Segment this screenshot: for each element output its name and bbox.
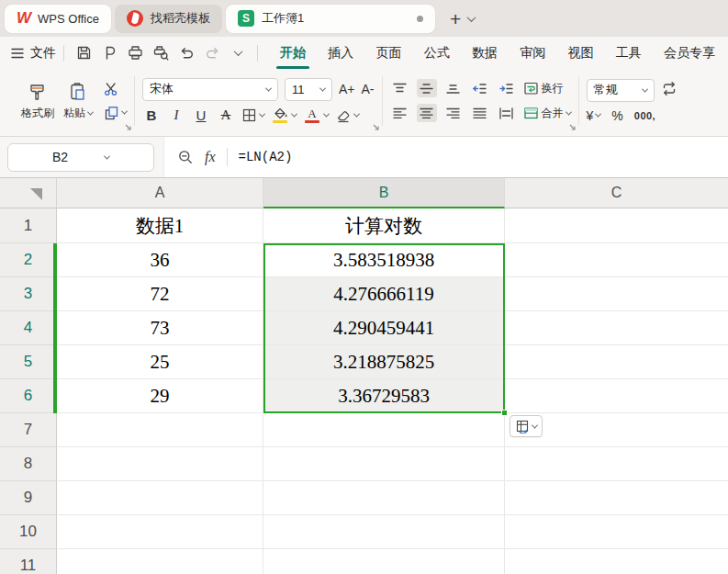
tab-insert[interactable]: 插入	[326, 39, 355, 68]
cell-A9[interactable]	[57, 481, 263, 515]
column-header-B[interactable]: B	[263, 178, 505, 208]
align-left-button[interactable]	[390, 104, 410, 122]
cell-A8[interactable]	[57, 447, 263, 481]
wrap-text-button[interactable]: 换行	[523, 81, 564, 96]
justify-button[interactable]	[470, 104, 490, 122]
print-preview-button[interactable]	[149, 41, 173, 65]
cell-B9[interactable]	[263, 481, 505, 515]
cell-B3[interactable]: 4.276666119	[263, 277, 505, 311]
cell-B7[interactable]	[263, 413, 505, 447]
cell-B2-active[interactable]: 3.583518938	[263, 243, 505, 277]
cell-B8[interactable]	[263, 447, 505, 481]
font-dialog-launcher[interactable]	[372, 123, 380, 131]
italic-button[interactable]: I	[167, 107, 185, 123]
fill-handle[interactable]	[501, 410, 508, 416]
copy-button[interactable]	[103, 105, 127, 121]
redo-button[interactable]	[200, 41, 224, 65]
undo-button[interactable]	[174, 41, 198, 65]
comma-format-button[interactable]: 000,	[634, 110, 655, 121]
font-size-select[interactable]: 11	[285, 78, 332, 101]
save-button[interactable]	[72, 41, 95, 65]
cell-B10[interactable]	[263, 515, 505, 549]
tab-page[interactable]: 页面	[375, 39, 404, 68]
row-header-7[interactable]: 7	[0, 413, 57, 447]
cell-A3[interactable]: 72	[57, 277, 263, 311]
tab-data[interactable]: 数据	[470, 39, 499, 68]
tab-home[interactable]: 开始	[278, 39, 308, 68]
column-header-A[interactable]: A	[57, 178, 263, 208]
decrease-indent-button[interactable]	[470, 79, 490, 97]
cell-A7[interactable]	[57, 413, 263, 447]
align-right-button[interactable]	[443, 104, 464, 122]
paste-button[interactable]: 粘贴	[59, 79, 97, 123]
tab-review[interactable]: 审阅	[518, 39, 547, 68]
merge-cells-button[interactable]: 合并	[523, 106, 571, 121]
number-format-select[interactable]: 常规	[587, 79, 655, 102]
fill-color-button[interactable]	[271, 107, 297, 124]
formula-input-zone[interactable]: fx =LN(A2)	[163, 137, 728, 177]
cell-A5[interactable]: 25	[57, 345, 263, 379]
row-header-5[interactable]: 5	[0, 345, 57, 379]
cell-C2[interactable]	[505, 243, 728, 277]
cell-B11[interactable]	[263, 549, 505, 574]
cell-A4[interactable]: 73	[57, 311, 263, 345]
cell-A6[interactable]: 29	[57, 379, 263, 413]
currency-format-button[interactable]: ¥	[587, 108, 601, 123]
font-name-select[interactable]: 宋体	[142, 78, 278, 101]
tab-tools[interactable]: 工具	[614, 39, 644, 68]
row-header-8[interactable]: 8	[0, 447, 57, 481]
row-header-4[interactable]: 4	[0, 311, 57, 345]
tab-workbook1[interactable]: S 工作簿1	[226, 5, 435, 33]
cell-B6[interactable]: 3.36729583	[263, 379, 505, 413]
increase-indent-button[interactable]	[497, 79, 517, 97]
strikethrough-button[interactable]: A	[217, 107, 235, 123]
tab-view[interactable]: 视图	[566, 39, 596, 68]
cell-C3[interactable]	[505, 277, 728, 311]
name-box[interactable]: B2	[7, 143, 154, 172]
tab-list-chevron-icon[interactable]	[467, 13, 476, 22]
distributed-button[interactable]	[497, 104, 517, 122]
bold-button[interactable]: B	[142, 107, 161, 123]
row-header-3[interactable]: 3	[0, 277, 57, 311]
formula-text[interactable]: =LN(A2)	[239, 150, 293, 164]
alignment-dialog-launcher[interactable]	[568, 123, 577, 131]
decrease-font-button[interactable]: A-	[362, 82, 375, 96]
row-header-2[interactable]: 2	[0, 243, 57, 277]
format-painter-button[interactable]: 格式刷	[17, 79, 59, 123]
export-pdf-button[interactable]	[97, 41, 121, 65]
clipboard-dialog-launcher[interactable]	[124, 123, 132, 131]
convert-format-button[interactable]	[661, 81, 678, 100]
cell-A2[interactable]: 36	[57, 243, 263, 277]
cell-B4[interactable]: 4.290459441	[263, 311, 505, 345]
cell-C5[interactable]	[505, 345, 728, 379]
tab-member[interactable]: 会员专享	[662, 39, 717, 68]
eraser-button[interactable]	[335, 107, 359, 123]
cell-C11[interactable]	[505, 549, 728, 574]
zoom-search-icon[interactable]	[177, 149, 194, 165]
align-center-button[interactable]	[417, 104, 437, 122]
cut-button[interactable]	[103, 81, 127, 97]
insert-function-button[interactable]: fx	[205, 149, 216, 165]
cell-C9[interactable]	[505, 481, 728, 515]
tab-docer-templates[interactable]: 找稻壳模板	[115, 5, 222, 33]
align-middle-button[interactable]	[417, 79, 437, 97]
underline-button[interactable]: U	[192, 107, 210, 123]
tab-wps-office[interactable]: W WPS Office	[5, 5, 111, 33]
cell-A1[interactable]: 数据1	[57, 208, 263, 243]
row-header-1[interactable]: 1	[0, 208, 57, 243]
cell-A11[interactable]	[57, 549, 263, 574]
row-header-10[interactable]: 10	[0, 515, 57, 549]
cell-B5[interactable]: 3.218875825	[263, 345, 505, 379]
font-color-button[interactable]: A	[303, 107, 329, 124]
align-bottom-button[interactable]	[443, 79, 464, 97]
print-button[interactable]	[123, 41, 147, 65]
row-header-11[interactable]: 11	[0, 549, 57, 574]
cell-C6[interactable]	[505, 379, 728, 413]
file-menu-button[interactable]: 文件	[11, 45, 56, 62]
row-header-9[interactable]: 9	[0, 481, 57, 515]
column-header-C[interactable]: C	[505, 178, 728, 208]
customize-toolbar-chevron[interactable]	[226, 41, 250, 65]
new-tab-button[interactable]: +	[450, 9, 461, 28]
fill-options-button[interactable]	[510, 415, 543, 437]
cell-C10[interactable]	[505, 515, 728, 549]
